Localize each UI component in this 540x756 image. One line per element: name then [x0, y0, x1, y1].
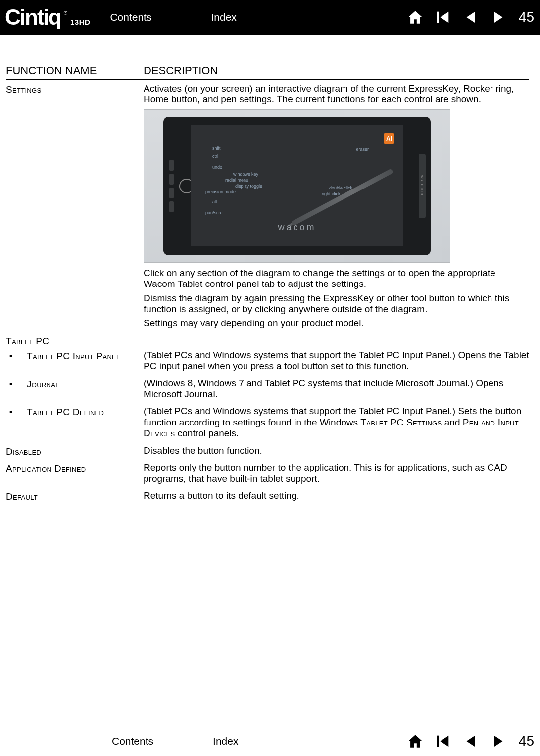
tablet-screen: Ai shift ctrl undo windows key radial me… [191, 125, 403, 246]
pen-holder-text: wacom [420, 175, 425, 197]
previous-page-icon[interactable] [460, 7, 481, 28]
tabletpc-defined-text: (Tablet PCs and Windows systems that sup… [144, 406, 529, 439]
fn-disabled: Disabled [6, 445, 144, 457]
contents-link[interactable]: Contents [110, 11, 151, 23]
desc-disabled: Disables the button function. [144, 445, 529, 459]
express-key [169, 201, 174, 212]
contents-link-bottom[interactable]: Contents [112, 735, 153, 747]
bullet-icon: • [6, 407, 16, 418]
logo-sub: 13HD [70, 18, 90, 26]
fn-tabletpc-defined: • Tablet PC Defined [6, 406, 144, 418]
fn-app-defined: Application Defined [6, 462, 144, 474]
pen-holder: wacom [419, 154, 426, 218]
label-undo: undo [212, 165, 222, 170]
express-key [169, 174, 174, 185]
first-page-icon[interactable] [433, 7, 453, 28]
disabled-text: Disables the button function. [144, 445, 529, 456]
label-shift: shift [212, 146, 221, 151]
header-nav-icons: 45 [405, 7, 534, 28]
col-function-name: FUNCTION NAME [6, 64, 144, 77]
tablet-device: Ai shift ctrl undo windows key radial me… [163, 117, 431, 255]
fn-journal: • Journal [6, 378, 144, 390]
fn-settings: Settings [6, 83, 144, 95]
svg-rect-1 [437, 736, 439, 747]
settings-p4: Settings may vary depending on your prod… [144, 318, 529, 329]
fn-tabletpc-defined-label: Tablet PC Defined [27, 407, 104, 418]
index-link[interactable]: Index [211, 11, 236, 23]
desc-journal: (Windows 8, Windows 7 and Tablet PC syst… [144, 378, 529, 403]
row-default: Default Returns a button to its default … [6, 490, 529, 504]
col-description: DESCRIPTION [144, 64, 529, 77]
row-tabletpc-header: Tablet PC [6, 335, 529, 347]
label-radial-menu: radial menu [225, 178, 248, 183]
settings-p2: Click on any section of the diagram to c… [144, 268, 529, 290]
express-keys [169, 160, 174, 212]
desc-app-defined: Reports only the button number to the ap… [144, 462, 529, 487]
fn-default: Default [6, 490, 144, 502]
row-app-defined: Application Defined Reports only the but… [6, 462, 529, 487]
label-ctrl: ctrl [212, 154, 218, 159]
fn-tabletpc-input: • Tablet PC Input Panel [6, 350, 144, 362]
settings-p3: Dismiss the diagram by again pressing th… [144, 293, 529, 315]
home-icon[interactable] [405, 7, 426, 28]
desc-tabletpc-input: (Tablet PCs and Windows systems that sup… [144, 350, 529, 375]
bullet-icon: • [6, 379, 16, 390]
express-key [169, 160, 174, 171]
row-disabled: Disabled Disables the button function. [6, 445, 529, 459]
settings-p1: Activates (on your screen) an interactiv… [144, 83, 529, 105]
table-header: FUNCTION NAME DESCRIPTION [6, 64, 529, 80]
label-eraser: eraser [356, 147, 369, 152]
express-key [169, 188, 174, 198]
stylus [292, 166, 401, 225]
next-page-icon[interactable] [488, 731, 509, 752]
home-icon[interactable] [405, 731, 426, 752]
fn-tabletpc-input-label: Tablet PC Input Panel [27, 351, 120, 362]
row-tabletpc-defined: • Tablet PC Defined (Tablet PCs and Wind… [6, 406, 529, 442]
page-number-bottom: 45 [519, 733, 534, 749]
page-content: FUNCTION NAME DESCRIPTION Settings Activ… [0, 35, 540, 504]
label-precision-mode: precision mode [205, 189, 236, 195]
label-right-click: right click [322, 191, 341, 197]
settings-diagram: Ai shift ctrl undo windows key radial me… [144, 109, 450, 263]
previous-page-icon[interactable] [460, 731, 481, 752]
header-bar: Cintiq ® 13HD Contents Index 45 [0, 0, 540, 35]
header-links: Contents Index [110, 11, 236, 23]
desc-settings: Activates (on your screen) an interactiv… [144, 83, 529, 332]
bullet-icon: • [6, 351, 16, 362]
first-page-icon[interactable] [433, 731, 453, 752]
footer-bar: Contents Index 45 [0, 726, 540, 756]
tabletpc-input-text: (Tablet PCs and Windows systems that sup… [144, 350, 529, 372]
desc-default: Returns a button to its default setting. [144, 490, 529, 504]
logo-main: Cintiq [5, 5, 61, 30]
footer-links: Contents Index [112, 735, 238, 747]
logo: Cintiq ® 13HD [0, 5, 90, 30]
row-tabletpc-input: • Tablet PC Input Panel (Tablet PCs and … [6, 350, 529, 375]
label-windows-key: windows key [233, 172, 258, 177]
app-defined-text: Reports only the button number to the ap… [144, 462, 529, 484]
ai-badge: Ai [384, 133, 394, 144]
desc-tabletpc-defined: (Tablet PCs and Windows systems that sup… [144, 406, 529, 442]
fn-journal-label: Journal [27, 379, 59, 390]
index-link-bottom[interactable]: Index [213, 735, 238, 747]
label-display-toggle: display toggle [235, 184, 262, 189]
wacom-logo: wacom [278, 222, 316, 233]
row-journal: • Journal (Windows 8, Windows 7 and Tabl… [6, 378, 529, 403]
label-pan-scroll: pan/scroll [205, 210, 225, 216]
default-text: Returns a button to its default setting. [144, 490, 529, 501]
label-alt: alt [212, 199, 217, 205]
journal-text: (Windows 8, Windows 7 and Tablet PC syst… [144, 378, 529, 400]
logo-reg: ® [64, 10, 67, 16]
next-page-icon[interactable] [488, 7, 509, 28]
svg-rect-0 [437, 12, 439, 23]
page-number-top: 45 [519, 9, 534, 25]
row-settings: Settings Activates (on your screen) an i… [6, 83, 529, 332]
footer-nav-icons: 45 [405, 731, 534, 752]
fn-tabletpc: Tablet PC [6, 335, 49, 347]
